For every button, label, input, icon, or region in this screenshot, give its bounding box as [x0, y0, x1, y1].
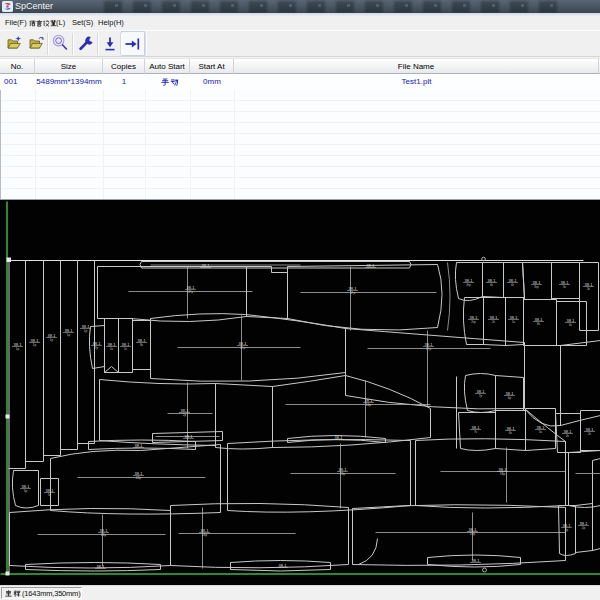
- svg-text:3s: 3s: [587, 287, 591, 291]
- svg-text:38-1: 38-1: [471, 558, 480, 563]
- svg-text:38-1: 38-1: [509, 315, 518, 320]
- svg-text:38-1: 38-1: [180, 408, 189, 413]
- svg-text:1Bp: 1Bp: [470, 532, 476, 536]
- svg-text:38-1: 38-1: [30, 338, 39, 343]
- svg-text:38-1: 38-1: [186, 285, 195, 290]
- svg-text:38-1: 38-1: [92, 341, 101, 346]
- svg-text:38-1: 38-1: [200, 528, 209, 533]
- svg-text:1Fp: 1Fp: [188, 290, 194, 294]
- svg-text:1s: 1s: [512, 320, 516, 324]
- svg-text:38-1: 38-1: [47, 333, 56, 338]
- svg-text:1s: 1s: [110, 347, 114, 351]
- svg-text:38-1: 38-1: [184, 434, 193, 439]
- svg-text:38-1: 38-1: [468, 527, 477, 532]
- svg-text:38-1: 38-1: [506, 426, 515, 431]
- svg-text:38-1: 38-1: [81, 324, 90, 329]
- svg-text:38-1: 38-1: [424, 342, 433, 347]
- svg-text:38-1: 38-1: [532, 280, 541, 285]
- svg-text:4s: 4s: [490, 283, 494, 287]
- svg-text:38-1: 38-1: [121, 342, 130, 347]
- svg-text:38-1: 38-1: [469, 315, 478, 320]
- svg-text:3s: 3s: [563, 285, 567, 289]
- svg-text:38-1: 38-1: [563, 429, 572, 434]
- svg-text:1Fp: 1Fp: [240, 346, 246, 350]
- svg-text:38-1: 38-1: [585, 427, 594, 432]
- svg-text:38-1: 38-1: [278, 563, 287, 568]
- svg-text:1s: 1s: [124, 347, 128, 351]
- svg-text:2Bp: 2Bp: [340, 472, 346, 476]
- svg-text:38-1: 38-1: [562, 523, 571, 528]
- svg-text:2Bp: 2Bp: [136, 476, 142, 480]
- svg-text:38-1: 38-1: [579, 521, 588, 526]
- svg-text:1Bp: 1Bp: [500, 472, 506, 476]
- svg-text:38-1: 38-1: [137, 338, 146, 343]
- svg-text:1Bp: 1Bp: [101, 533, 107, 537]
- svg-text:4s: 4s: [511, 283, 515, 287]
- svg-text:38-1: 38-1: [508, 278, 517, 283]
- svg-text:8s: 8s: [140, 343, 144, 347]
- svg-text:38-1: 38-1: [584, 282, 593, 287]
- svg-text:4rp: 4rp: [466, 283, 471, 287]
- svg-text:1Fp: 1Fp: [426, 347, 432, 351]
- svg-text:38-1: 38-1: [21, 484, 30, 489]
- svg-text:1p: 1p: [84, 329, 88, 333]
- svg-text:6s: 6s: [509, 431, 513, 435]
- svg-text:38-1: 38-1: [13, 342, 22, 347]
- svg-text:7s: 7s: [474, 430, 478, 434]
- svg-text:4s: 4s: [566, 434, 570, 438]
- svg-text:38-1: 38-1: [464, 278, 473, 283]
- svg-text:1Fp: 1Fp: [350, 291, 356, 295]
- svg-text:2s: 2s: [588, 432, 592, 436]
- svg-text:38-1: 38-1: [64, 328, 73, 333]
- svg-text:38-1: 38-1: [99, 528, 108, 533]
- svg-text:2rp: 2rp: [471, 320, 476, 324]
- svg-text:1p: 1p: [16, 347, 20, 351]
- svg-text:38-1: 38-1: [476, 389, 485, 394]
- svg-text:38-1: 38-1: [338, 467, 347, 472]
- svg-text:38-1: 38-1: [489, 315, 498, 320]
- svg-text:1p: 1p: [67, 333, 71, 337]
- svg-text:38-1: 38-1: [498, 467, 507, 472]
- svg-text:6p: 6p: [508, 396, 512, 400]
- svg-text:2p: 2p: [582, 526, 586, 530]
- svg-text:38-1: 38-1: [348, 286, 357, 291]
- svg-text:38-1: 38-1: [505, 391, 514, 396]
- svg-text:38-1: 38-1: [471, 425, 480, 430]
- svg-text:38-1: 38-1: [238, 341, 247, 346]
- svg-text:38-1: 38-1: [560, 280, 569, 285]
- svg-text:6s: 6s: [569, 323, 573, 327]
- svg-text:38-1: 38-1: [487, 278, 496, 283]
- svg-text:1p: 1p: [33, 343, 37, 347]
- svg-text:38-1: 38-1: [534, 317, 543, 322]
- svg-text:5p: 5p: [24, 489, 28, 493]
- svg-text:3rp: 3rp: [534, 285, 539, 289]
- svg-text:7p: 7p: [479, 394, 483, 398]
- svg-text:38-1: 38-1: [107, 342, 116, 347]
- svg-text:4p: 4p: [565, 528, 569, 532]
- svg-text:38-1: 38-1: [334, 435, 343, 440]
- svg-text:38-1: 38-1: [536, 425, 545, 430]
- svg-text:38-1: 38-1: [364, 398, 373, 403]
- svg-text:1Bp: 1Bp: [366, 403, 372, 407]
- svg-text:38-1: 38-1: [134, 443, 143, 448]
- svg-text:5s: 5s: [539, 430, 543, 434]
- svg-text:1p: 1p: [50, 338, 54, 342]
- svg-text:38-1: 38-1: [134, 471, 143, 476]
- svg-text:38-1: 38-1: [566, 318, 575, 323]
- svg-text:38-1: 38-1: [45, 488, 54, 493]
- svg-text:1Bp: 1Bp: [202, 533, 208, 537]
- svg-text:2s: 2s: [492, 320, 496, 324]
- svg-text:8s: 8s: [537, 322, 541, 326]
- svg-text:38-1: 38-1: [96, 564, 105, 569]
- svg-text:5s: 5s: [48, 493, 52, 497]
- svg-text:2p: 2p: [183, 413, 187, 417]
- svg-text:7p: 7p: [95, 346, 99, 350]
